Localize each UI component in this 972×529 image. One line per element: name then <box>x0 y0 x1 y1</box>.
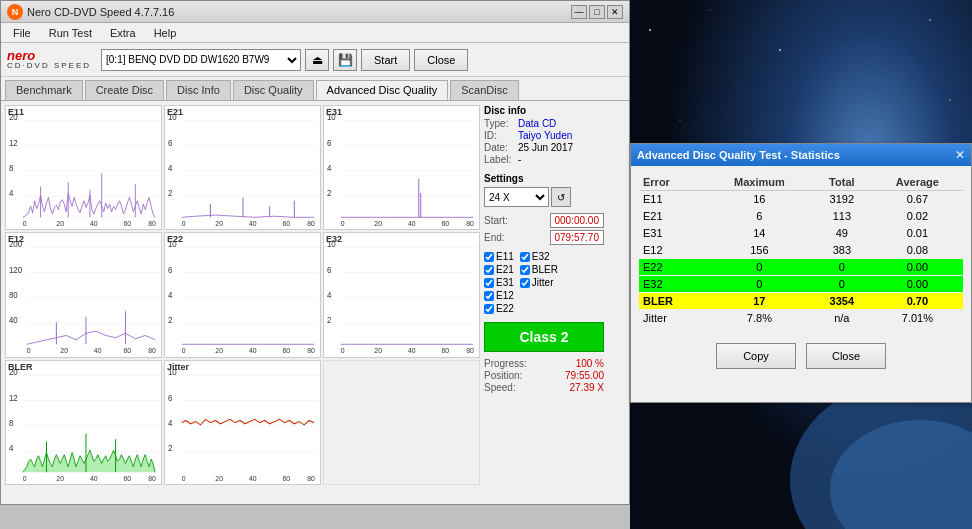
start-button[interactable]: Start <box>361 49 410 71</box>
col-average: Average <box>872 174 963 191</box>
eject-button[interactable]: ⏏ <box>305 49 329 71</box>
info-panel: Disc info Type: Data CD ID: Taiyo Yuden … <box>484 105 604 487</box>
check-e22[interactable]: E22 <box>484 303 514 314</box>
cell-maximum: 7.8% <box>707 310 812 327</box>
chart-e22: E22 10 6 4 2 0 20 40 60 80 <box>164 232 321 357</box>
copy-button[interactable]: Copy <box>716 343 796 369</box>
minimize-button[interactable]: — <box>571 5 587 19</box>
tab-scan-disc[interactable]: ScanDisc <box>450 80 518 100</box>
svg-text:80: 80 <box>9 290 18 301</box>
svg-text:40: 40 <box>249 473 257 482</box>
overlay-content: Error Maximum Total Average E11 16 3192 … <box>631 166 971 335</box>
svg-text:120: 120 <box>9 265 22 276</box>
cell-maximum: 156 <box>707 242 812 259</box>
table-row: E31 14 49 0.01 <box>639 225 963 242</box>
progress-section: Progress: 100 % Position: 79:55.00 Speed… <box>484 358 604 393</box>
col-maximum: Maximum <box>707 174 812 191</box>
overlay-close-button[interactable]: Close <box>806 343 886 369</box>
svg-text:4: 4 <box>168 290 173 301</box>
svg-text:4: 4 <box>168 163 173 174</box>
svg-text:4: 4 <box>168 417 173 428</box>
check-jitter[interactable]: Jitter <box>520 277 554 288</box>
svg-text:40: 40 <box>249 219 257 228</box>
refresh-button[interactable]: ↺ <box>551 187 571 207</box>
save-button[interactable]: 💾 <box>333 49 357 71</box>
tab-benchmark[interactable]: Benchmark <box>5 80 83 100</box>
svg-text:0: 0 <box>23 473 27 482</box>
svg-text:20: 20 <box>215 346 223 355</box>
close-window-button[interactable]: ✕ <box>607 5 623 19</box>
check-e12[interactable]: E12 <box>484 290 514 301</box>
svg-text:80: 80 <box>466 219 474 228</box>
svg-text:0: 0 <box>182 346 186 355</box>
svg-text:80: 80 <box>148 219 156 228</box>
type-label: Type: <box>484 118 516 129</box>
stats-table: Error Maximum Total Average E11 16 3192 … <box>639 174 963 327</box>
position-value: 79:55.00 <box>565 370 604 381</box>
progress-value: 100 % <box>576 358 604 369</box>
content-area: E11 20 12 8 4 0 20 40 <box>1 101 629 491</box>
tab-disc-info[interactable]: Disc Info <box>166 80 231 100</box>
svg-text:4: 4 <box>9 188 14 199</box>
menu-run-test[interactable]: Run Test <box>41 25 100 41</box>
cell-name: E21 <box>639 208 707 225</box>
drive-select[interactable]: [0:1] BENQ DVD DD DW1620 B7W9 <box>101 49 301 71</box>
check-e11[interactable]: E11 <box>484 251 514 262</box>
svg-point-2 <box>710 10 711 11</box>
toolbar: nero CD·DVD SPEED [0:1] BENQ DVD DD DW16… <box>1 43 629 77</box>
cell-average: 0.67 <box>872 191 963 208</box>
charts-grid: E11 20 12 8 4 0 20 40 <box>5 105 480 485</box>
maximize-button[interactable]: □ <box>589 5 605 19</box>
svg-text:60: 60 <box>441 346 449 355</box>
close-button[interactable]: Close <box>414 49 468 71</box>
table-row: E21 6 113 0.02 <box>639 208 963 225</box>
svg-text:40: 40 <box>90 219 98 228</box>
check-e21[interactable]: E21 <box>484 264 514 275</box>
speed-value: 27.39 X <box>570 382 604 393</box>
cell-total: 0 <box>812 276 872 293</box>
position-label: Position: <box>484 370 522 381</box>
cell-average: 7.01% <box>872 310 963 327</box>
tab-disc-quality[interactable]: Disc Quality <box>233 80 314 100</box>
table-row: E32 0 0 0.00 <box>639 276 963 293</box>
check-e32[interactable]: E32 <box>520 251 550 262</box>
type-value: Data CD <box>518 118 556 129</box>
cell-total: n/a <box>812 310 872 327</box>
svg-text:80: 80 <box>148 473 156 482</box>
check-bler[interactable]: BLER <box>520 264 558 275</box>
svg-text:60: 60 <box>282 346 290 355</box>
svg-text:2: 2 <box>168 188 173 199</box>
menu-file[interactable]: File <box>5 25 39 41</box>
svg-text:6: 6 <box>327 137 332 148</box>
window-controls: — □ ✕ <box>571 5 623 19</box>
check-e31[interactable]: E31 <box>484 277 514 288</box>
table-row: E11 16 3192 0.67 <box>639 191 963 208</box>
svg-text:80: 80 <box>466 346 474 355</box>
tab-create-disc[interactable]: Create Disc <box>85 80 164 100</box>
table-row: Jitter 7.8% n/a 7.01% <box>639 310 963 327</box>
svg-text:4: 4 <box>9 443 14 454</box>
id-label: ID: <box>484 130 516 141</box>
main-window: N Nero CD-DVD Speed 4.7.7.16 — □ ✕ File … <box>0 0 630 505</box>
cell-average: 0.01 <box>872 225 963 242</box>
speed-label: Speed: <box>484 382 516 393</box>
svg-rect-85 <box>166 234 319 355</box>
chart-e32-label: E32 <box>326 234 342 244</box>
svg-text:20: 20 <box>60 346 68 355</box>
date-value: 25 Jun 2017 <box>518 142 573 153</box>
label-value: - <box>518 154 521 165</box>
col-error: Error <box>639 174 707 191</box>
menu-extra[interactable]: Extra <box>102 25 144 41</box>
table-row: BLER 17 3354 0.70 <box>639 293 963 310</box>
chart-e21-label: E21 <box>167 107 183 117</box>
label-label: Label: <box>484 154 516 165</box>
nero-logo: nero CD·DVD SPEED <box>7 49 91 70</box>
svg-text:60: 60 <box>123 219 131 228</box>
speed-select[interactable]: 24 X <box>484 187 549 207</box>
cell-average: 0.08 <box>872 242 963 259</box>
overlay-close-icon[interactable]: ✕ <box>955 148 965 162</box>
menu-help[interactable]: Help <box>146 25 185 41</box>
tab-advanced-disc-quality[interactable]: Advanced Disc Quality <box>316 80 449 100</box>
svg-text:4: 4 <box>327 290 332 301</box>
chart-e21: E21 10 6 4 2 0 20 40 60 80 <box>164 105 321 230</box>
